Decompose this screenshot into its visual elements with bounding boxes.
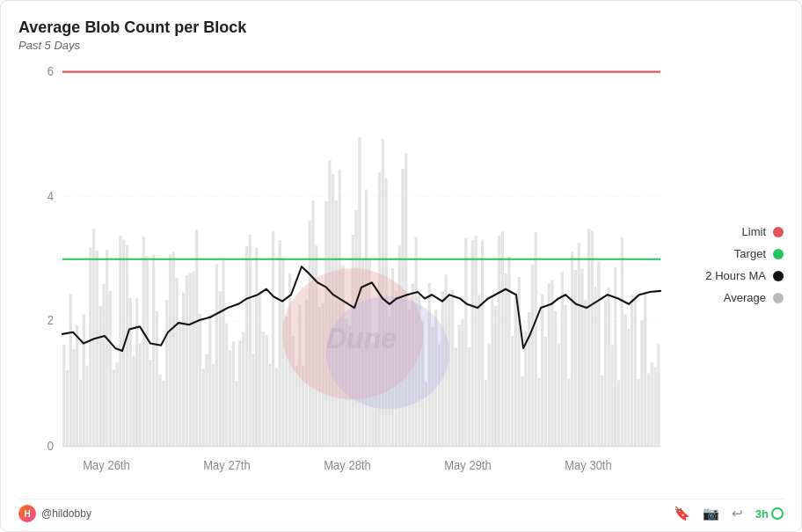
svg-rect-30 <box>145 256 148 447</box>
undo-icon[interactable]: ↩ <box>732 506 743 521</box>
svg-rect-19 <box>109 291 112 447</box>
svg-rect-28 <box>139 344 142 447</box>
svg-rect-126 <box>464 238 467 447</box>
svg-rect-33 <box>156 311 158 447</box>
time-circle-icon <box>771 507 784 520</box>
svg-rect-158 <box>571 252 573 447</box>
svg-rect-36 <box>165 300 168 446</box>
svg-rect-71 <box>281 259 284 447</box>
svg-rect-127 <box>468 347 470 447</box>
legend-dot-average <box>773 293 784 303</box>
svg-rect-132 <box>485 380 487 447</box>
svg-rect-141 <box>514 296 517 447</box>
footer-right: 🔖 📷 ↩ 3h <box>674 506 784 521</box>
y-label-0: 0 <box>47 440 54 453</box>
svg-rect-32 <box>152 254 155 446</box>
svg-rect-169 <box>608 288 610 446</box>
svg-rect-67 <box>268 364 271 447</box>
footer-left: H @hildobby <box>18 505 91 522</box>
svg-rect-25 <box>129 298 132 447</box>
username: @hildobby <box>41 507 91 520</box>
svg-rect-122 <box>451 290 454 447</box>
chart-svg: 0 2 4 6 bars generated by JS below Dune <box>18 62 669 493</box>
chart-card: Average Blob Count per Block Past 5 Days <box>0 0 802 532</box>
y-label-6: 6 <box>47 65 54 78</box>
x-label-may29: May 29th <box>444 459 491 472</box>
svg-rect-27 <box>135 298 138 447</box>
svg-rect-18 <box>106 250 108 447</box>
footer: H @hildobby 🔖 📷 ↩ 3h <box>18 499 784 522</box>
svg-rect-133 <box>488 344 491 446</box>
svg-rect-157 <box>567 379 570 447</box>
svg-rect-153 <box>554 311 557 447</box>
svg-rect-15 <box>96 251 98 446</box>
svg-rect-9 <box>76 325 78 447</box>
svg-rect-150 <box>544 337 547 447</box>
svg-rect-181 <box>647 373 650 446</box>
svg-rect-64 <box>259 293 261 446</box>
svg-rect-164 <box>591 230 594 446</box>
svg-rect-40 <box>179 324 181 447</box>
svg-rect-65 <box>262 332 265 447</box>
svg-rect-146 <box>531 265 534 447</box>
svg-rect-131 <box>481 240 484 447</box>
legend-item-ma: 2 Hours MA <box>678 269 784 282</box>
svg-rect-44 <box>192 272 194 447</box>
svg-rect-137 <box>501 231 504 447</box>
svg-rect-68 <box>272 231 274 447</box>
svg-rect-176 <box>631 295 633 447</box>
legend-label-average: Average <box>724 291 766 304</box>
svg-rect-7 <box>69 294 72 447</box>
svg-rect-48 <box>205 354 208 447</box>
legend-dot-ma <box>773 271 784 281</box>
svg-rect-26 <box>132 356 135 447</box>
svg-rect-8 <box>72 349 75 447</box>
svg-rect-123 <box>455 348 457 447</box>
svg-rect-35 <box>162 381 164 447</box>
svg-rect-10 <box>79 380 82 447</box>
svg-rect-134 <box>491 300 493 447</box>
svg-rect-139 <box>507 257 510 447</box>
y-label-4: 4 <box>47 189 55 202</box>
svg-rect-135 <box>494 306 497 447</box>
svg-rect-159 <box>574 270 577 447</box>
svg-rect-136 <box>498 236 500 447</box>
svg-rect-70 <box>279 240 281 447</box>
x-label-may30: May 30th <box>565 459 611 472</box>
svg-rect-62 <box>252 354 254 447</box>
svg-rect-56 <box>232 341 235 446</box>
svg-rect-130 <box>478 295 480 446</box>
svg-rect-178 <box>638 379 640 446</box>
svg-rect-167 <box>601 375 603 447</box>
svg-rect-47 <box>202 368 205 446</box>
svg-rect-173 <box>621 237 623 447</box>
camera-icon[interactable]: 📷 <box>703 506 719 521</box>
svg-rect-31 <box>149 360 151 447</box>
bookmark-icon[interactable]: 🔖 <box>674 506 690 521</box>
svg-rect-128 <box>471 240 474 446</box>
svg-rect-124 <box>458 324 461 446</box>
svg-rect-163 <box>587 229 590 447</box>
svg-rect-43 <box>189 273 192 446</box>
legend-item-target: Target <box>678 247 784 260</box>
chart-area: 0 2 4 6 bars generated by JS below Dune <box>18 62 669 493</box>
svg-rect-39 <box>175 278 178 447</box>
svg-rect-58 <box>238 340 241 446</box>
svg-rect-55 <box>229 350 231 446</box>
svg-rect-51 <box>215 264 218 446</box>
legend-label-target: Target <box>734 247 766 260</box>
svg-rect-168 <box>604 299 607 447</box>
svg-rect-34 <box>159 375 162 447</box>
svg-rect-170 <box>610 345 613 446</box>
avatar: H <box>18 505 36 522</box>
svg-rect-171 <box>614 267 616 447</box>
svg-rect-156 <box>564 305 566 447</box>
legend-item-average: Average <box>678 291 784 304</box>
svg-rect-166 <box>597 261 600 446</box>
svg-rect-182 <box>651 362 653 447</box>
svg-rect-16 <box>99 306 102 447</box>
svg-rect-151 <box>548 283 550 447</box>
svg-rect-53 <box>222 259 224 447</box>
svg-rect-13 <box>89 248 91 447</box>
svg-rect-165 <box>594 287 596 446</box>
